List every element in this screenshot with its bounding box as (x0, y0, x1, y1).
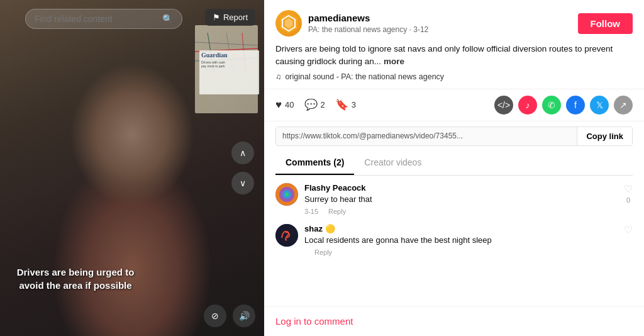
chevron-down-icon: ∨ (240, 178, 246, 188)
comment-like-count: 0 (626, 196, 630, 204)
newspaper-subtext: Drivers with cashpay more to park (199, 60, 259, 69)
info-panel: pamedianews PA: the national news agency… (264, 0, 644, 336)
tab-comments[interactable]: Comments (2) (275, 151, 354, 175)
hex-logo-svg (276, 11, 301, 36)
newspaper: Guardian Drivers with cashpay more to pa… (199, 50, 259, 94)
comment-body: shaz 🟡 Local residents are gonna have th… (304, 224, 618, 256)
whatsapp-icon: ✆ (548, 100, 555, 110)
facebook-icon: f (574, 100, 577, 110)
more-link[interactable]: more (384, 57, 404, 66)
login-to-comment-link[interactable]: Log in to comment (275, 316, 353, 327)
url-row: https://www.tiktok.com/@pamedianews/vide… (275, 126, 633, 146)
report-label: Report (223, 13, 248, 22)
avatar (275, 10, 302, 36)
tab-creator-videos-label: Creator videos (364, 157, 421, 167)
tab-creator-videos[interactable]: Creator videos (354, 151, 431, 175)
creator-name: pamedianews (308, 13, 428, 23)
search-input[interactable] (35, 14, 162, 24)
comment-meta: 3-15 Reply (304, 208, 618, 215)
comment-count: 2 (321, 100, 325, 109)
follow-button[interactable]: Follow (578, 13, 633, 34)
shaz-avatar-svg (275, 224, 298, 247)
report-button[interactable]: ⚑ Report (205, 9, 255, 26)
bookmark-action[interactable]: 🔖 3 (335, 98, 356, 111)
comment-meta: Reply (304, 249, 618, 256)
video-caption: Drivers are being urged to avoid the are… (13, 266, 138, 292)
video-url: https://www.tiktok.com/@pamedianews/vide… (276, 127, 577, 145)
comment-body: Flashy Peacock Surrey to hear that 3-15 … (304, 183, 618, 215)
creator-info: pamedianews PA: the national news agency… (275, 10, 428, 36)
share-arrow-icon: ↗ (619, 100, 627, 110)
login-bar: Log in to comment (264, 306, 644, 336)
flag-icon: ⚑ (213, 13, 220, 22)
tiktok-share-button[interactable]: ♪ (518, 96, 537, 115)
engagement-group: ♥ 40 💬 2 🔖 3 (275, 98, 356, 111)
bookmark-count: 3 (352, 100, 356, 109)
tabs-row: Comments (2) Creator videos (275, 151, 633, 176)
wifi-off-icon: ⊘ (211, 311, 219, 321)
music-icon: ♫ (275, 72, 281, 81)
like-heart-icon[interactable]: ♡ (624, 224, 633, 236)
actions-row: ♥ 40 💬 2 🔖 3 </> ♪ ✆ f (264, 89, 644, 121)
creator-details: pamedianews PA: the national news agency… (308, 13, 428, 35)
comment-action[interactable]: 💬 2 (304, 98, 325, 111)
creator-subtitle: PA: the national news agency · 3-12 (308, 25, 428, 34)
bottom-controls: ⊘ 🔊 (204, 305, 255, 327)
comment-like-area: ♡ (624, 224, 633, 237)
volume-icon: 🔊 (239, 311, 250, 321)
nav-up-button[interactable]: ∧ (231, 142, 254, 164)
whatsapp-share-button[interactable]: ✆ (542, 96, 561, 115)
creator-row: pamedianews PA: the national news agency… (275, 10, 633, 36)
avatar (275, 224, 298, 247)
newspaper-title: Guardian (199, 50, 259, 60)
comment-text: Local residents are gonna have the best … (304, 235, 618, 246)
embed-button[interactable]: </> (494, 96, 513, 115)
comment-username: Flashy Peacock (304, 183, 618, 193)
sound-row: ♫ original sound - PA: the national news… (275, 72, 633, 81)
flashy-peacock-avatar-svg (275, 183, 298, 206)
tiktok-icon: ♪ (526, 100, 530, 110)
share-icons-group: </> ♪ ✆ f 𝕏 ↗ (494, 96, 633, 115)
like-action[interactable]: ♥ 40 (275, 99, 294, 111)
volume-button[interactable]: 🔊 (233, 305, 255, 327)
comment-date: 3-15 (304, 208, 318, 215)
like-heart-icon[interactable]: ♡ (624, 183, 633, 195)
more-share-button[interactable]: ↗ (614, 96, 633, 115)
twitter-share-button[interactable]: 𝕏 (590, 96, 609, 115)
panel-header: pamedianews PA: the national news agency… (264, 0, 644, 89)
svg-point-13 (275, 224, 298, 247)
reply-button[interactable]: Reply (328, 208, 346, 215)
tab-comments-label: Comments (2) (286, 157, 344, 167)
comment-like-area: ♡ 0 (624, 183, 633, 204)
sound-text: original sound - PA: the national news a… (285, 72, 444, 81)
facebook-share-button[interactable]: f (566, 96, 585, 115)
like-count: 40 (285, 100, 294, 109)
chevron-up-icon: ∧ (240, 148, 246, 158)
video-description: Drivers are being told to ignore sat nav… (275, 43, 633, 69)
video-panel: Guardian Drivers with cashpay more to pa… (0, 0, 264, 336)
description-text: Drivers are being told to ignore sat nav… (275, 44, 613, 66)
reply-button[interactable]: Reply (314, 249, 332, 256)
comment-item: shaz 🟡 Local residents are gonna have th… (275, 224, 633, 256)
avatar (275, 183, 298, 206)
nav-down-button[interactable]: ∨ (231, 172, 254, 194)
wifi-off-button[interactable]: ⊘ (204, 305, 226, 327)
bookmark-icon: 🔖 (335, 98, 348, 111)
comment-text: Surrey to hear that (304, 194, 618, 205)
comment-item: Flashy Peacock Surrey to hear that 3-15 … (275, 183, 633, 215)
comment-icon: 💬 (304, 98, 318, 111)
twitter-icon: 𝕏 (596, 100, 603, 110)
search-bar[interactable]: 🔍 (25, 9, 182, 29)
svg-line-0 (195, 42, 258, 45)
navigation-arrows: ∧ ∨ (231, 142, 254, 194)
comments-section: Flashy Peacock Surrey to hear that 3-15 … (264, 176, 644, 307)
comment-username: shaz 🟡 (304, 224, 618, 233)
copy-link-button[interactable]: Copy link (577, 127, 632, 145)
code-icon: </> (497, 100, 510, 110)
svg-point-12 (285, 193, 289, 196)
search-icon-button[interactable]: 🔍 (162, 14, 173, 24)
heart-icon: ♥ (275, 99, 282, 111)
